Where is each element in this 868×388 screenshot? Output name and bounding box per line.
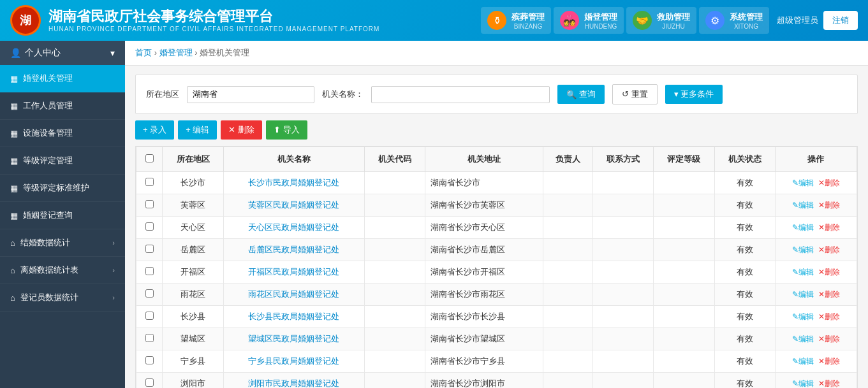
row-delete-button[interactable]: ✕删除 [818,312,840,321]
row-select-checkbox[interactable] [145,289,154,298]
sidebar-personal[interactable]: 👤 个人中心 ▾ [0,41,125,65]
row-status: 有效 [714,194,775,217]
row-status: 有效 [714,261,775,284]
row-name: 望城区民政局婚姻登记处 [223,328,364,350]
import-button[interactable]: ⬆ 导入 [266,120,307,140]
sidebar-item-lihun[interactable]: ⌂ 离婚数据统计表 › [0,257,125,284]
table-row: 长沙市 长沙市民政局婚姻登记处 湖南省长沙市 有效 ✎编辑 ✕删除 [136,172,857,194]
refresh-icon: ↺ [622,89,629,99]
row-level [654,350,714,373]
sidebar-item-hundengjiguan[interactable]: ▦ 婚登机关管理 [0,65,125,92]
row-select-checkbox[interactable] [145,378,154,387]
row-select-checkbox[interactable] [145,222,154,231]
row-delete-button[interactable]: ✕删除 [818,245,840,254]
row-select-checkbox[interactable] [145,312,154,320]
row-region: 浏阳市 [163,373,223,389]
row-select-checkbox[interactable] [145,334,154,342]
row-edit-button[interactable]: ✎编辑 [792,290,814,299]
table-row: 宁乡县 宁乡县民政局婚姻登记处 湖南省长沙市宁乡县 有效 ✎编辑 ✕删除 [136,350,857,373]
sidebar-item-gongzuorenyuan[interactable]: ▦ 工作人员管理 [0,92,125,120]
sidebar-item-dengjiyuan[interactable]: ⌂ 登记员数据统计 › [0,284,125,312]
row-name-link[interactable]: 雨花区民政局婚姻登记处 [248,289,339,299]
sidebar-item-biaozhunweihu[interactable]: ▦ 等级评定标准维护 [0,175,125,202]
logout-button[interactable]: 注销 [823,11,858,30]
row-name-link[interactable]: 芙蓉区民政局婚姻登记处 [248,200,339,210]
row-name-link[interactable]: 宁乡县民政局婚姻登记处 [248,356,339,366]
more-conditions-button[interactable]: ▾ 更多条件 [665,85,723,104]
row-edit-button[interactable]: ✎编辑 [792,379,814,388]
row-phone [592,306,653,328]
row-delete-button[interactable]: ✕删除 [818,290,840,299]
row-name-link[interactable]: 长沙县民政局婚姻登记处 [248,312,339,321]
sidebar-item-hunyin[interactable]: ▦ 婚姻登记查询 [0,202,125,229]
row-name: 长沙县民政局婚姻登记处 [223,306,364,328]
select-all-checkbox[interactable] [145,154,154,162]
row-person [543,194,592,217]
edit-button[interactable]: + 编辑 [178,120,217,140]
col-checkbox [136,147,163,172]
row-name: 开福区民政局婚姻登记处 [223,261,364,284]
row-code [364,350,425,373]
row-name-link[interactable]: 天心区民政局婚姻登记处 [248,222,339,232]
query-button[interactable]: 🔍 查询 [557,85,605,104]
delete-button[interactable]: ✕ 删除 [221,120,262,140]
row-phone [592,373,653,389]
row-delete-button[interactable]: ✕删除 [818,357,840,366]
row-region: 望城区 [163,328,223,350]
row-edit-button[interactable]: ✎编辑 [792,245,814,254]
row-level [654,284,714,306]
name-input[interactable] [371,86,550,103]
nav-xitong[interactable]: ⚙ 系统管理 XITONG [699,7,769,34]
reset-button[interactable]: ↺ 重置 [612,84,658,104]
breadcrumb-hundeng[interactable]: 婚登管理 [159,48,193,57]
row-delete-button[interactable]: ✕删除 [818,334,840,343]
row-name-link[interactable]: 开福区民政局婚姻登记处 [248,267,339,277]
home-icon: ⌂ [10,238,15,248]
hundeng-icon: 💑 [560,11,579,30]
row-region: 岳麓区 [163,239,223,261]
row-person [543,261,592,284]
row-name-link[interactable]: 岳麓区民政局婚姻登记处 [248,245,339,254]
row-name-link[interactable]: 望城区民政局婚姻登记处 [248,334,339,343]
row-edit-button[interactable]: ✎编辑 [792,178,814,187]
region-label: 所在地区 [146,89,179,100]
row-select-checkbox[interactable] [145,245,154,253]
add-button[interactable]: + 录入 [135,120,174,140]
row-select-checkbox[interactable] [145,356,154,364]
row-select-checkbox[interactable] [145,178,154,186]
row-delete-button[interactable]: ✕删除 [818,379,840,388]
row-edit-button[interactable]: ✎编辑 [792,312,814,321]
sidebar-item-jiehun[interactable]: ⌂ 结婚数据统计 › [0,229,125,257]
action-bar: + 录入 + 编辑 ✕ 删除 ⬆ 导入 [135,120,858,140]
sidebar-item-dengjipingding[interactable]: ▦ 等级评定管理 [0,147,125,175]
xitong-icon: ⚙ [705,11,725,30]
breadcrumb-home[interactable]: 首页 [135,48,152,57]
nav-jiuzhu[interactable]: 🤝 救助管理 JIUZHU [626,7,696,34]
search-icon: 🔍 [566,90,577,99]
row-edit-button[interactable]: ✎编辑 [792,334,814,343]
table-row: 雨花区 雨花区民政局婚姻登记处 湖南省长沙市雨花区 有效 ✎编辑 ✕删除 [136,284,857,306]
region-input[interactable] [187,86,314,103]
col-action: 操作 [775,147,857,172]
row-phone [592,261,653,284]
row-name-link[interactable]: 长沙市民政局婚姻登记处 [248,178,339,187]
row-edit-button[interactable]: ✎编辑 [792,223,814,232]
chevron-right-icon3: › [112,294,115,301]
row-name-link[interactable]: 浏阳市民政局婚姻登记处 [248,378,339,388]
binzang-icon: ⚱ [487,11,506,30]
row-edit-button[interactable]: ✎编辑 [792,268,814,277]
grid-icon6: ▦ [10,211,18,220]
nav-binzang[interactable]: ⚱ 殡葬管理 BINZANG [481,7,551,34]
row-edit-button[interactable]: ✎编辑 [792,201,814,210]
row-delete-button[interactable]: ✕删除 [818,201,840,210]
sidebar-item-sheshishebei[interactable]: ▦ 设施设备管理 [0,120,125,147]
row-delete-button[interactable]: ✕删除 [818,223,840,232]
col-code: 机关代码 [364,147,425,172]
row-select-checkbox[interactable] [145,200,154,208]
row-delete-button[interactable]: ✕删除 [818,268,840,277]
row-edit-button[interactable]: ✎编辑 [792,357,814,366]
row-delete-button[interactable]: ✕删除 [818,178,840,187]
row-level [654,373,714,389]
row-select-checkbox[interactable] [145,267,154,275]
nav-hundeng[interactable]: 💑 婚登管理 HUNDENG [554,7,624,34]
